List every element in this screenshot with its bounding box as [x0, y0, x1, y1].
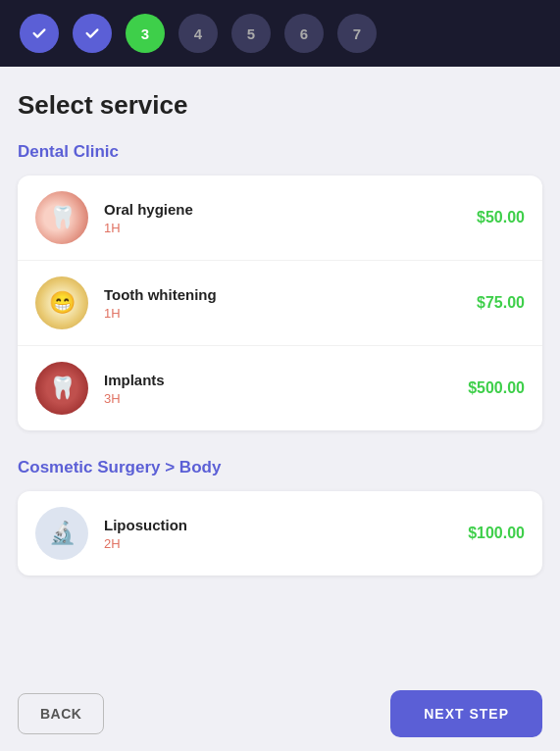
step-1[interactable]	[20, 14, 59, 53]
step-2[interactable]	[73, 14, 112, 53]
liposuction-info: Liposuction 2H	[104, 517, 468, 551]
step-3[interactable]: 3	[126, 14, 165, 53]
liposuction-price: $100.00	[468, 525, 525, 542]
service-oral-hygiene[interactable]: Oral hygiene 1H $50.00	[18, 175, 542, 261]
implants-image	[35, 362, 88, 415]
implants-info: Implants 3H	[104, 372, 468, 406]
category-cosmetic-label: Cosmetic Surgery > Body	[18, 458, 542, 477]
oral-hygiene-info: Oral hygiene 1H	[104, 201, 477, 235]
service-tooth-whitening[interactable]: Tooth whitening 1H $75.00	[18, 261, 542, 346]
step-4[interactable]: 4	[178, 14, 218, 53]
main-content: Select service Dental Clinic Oral hygien…	[0, 67, 560, 676]
footer: BACK NEXT STEP	[0, 676, 560, 751]
category-dental-label: Dental Clinic	[18, 142, 542, 162]
step-6[interactable]: 6	[284, 14, 324, 53]
tooth-whitening-info: Tooth whitening 1H	[104, 286, 477, 321]
oral-hygiene-price: $50.00	[477, 209, 525, 226]
tooth-whitening-name: Tooth whitening	[104, 286, 477, 303]
tooth-whitening-image	[35, 276, 88, 329]
tooth-whitening-price: $75.00	[477, 294, 525, 312]
service-implants[interactable]: Implants 3H $500.00	[18, 346, 542, 430]
liposuction-image	[35, 507, 88, 560]
liposuction-name: Liposuction	[104, 517, 468, 533]
oral-hygiene-name: Oral hygiene	[104, 201, 477, 218]
back-button[interactable]: BACK	[18, 693, 104, 734]
step-5[interactable]: 5	[231, 14, 271, 53]
page-title: Select service	[18, 90, 542, 121]
tooth-whitening-duration: 1H	[104, 306, 477, 321]
liposuction-duration: 2H	[104, 536, 468, 551]
step-bar: 3 4 5 6 7	[0, 0, 560, 67]
service-liposuction[interactable]: Liposuction 2H $100.00	[18, 491, 542, 576]
dental-service-list: Oral hygiene 1H $50.00 Tooth whitening 1…	[18, 175, 542, 430]
oral-hygiene-image	[35, 191, 88, 244]
step-7[interactable]: 7	[337, 14, 377, 53]
oral-hygiene-duration: 1H	[104, 221, 477, 235]
cosmetic-service-list: Liposuction 2H $100.00	[18, 491, 542, 576]
next-step-button[interactable]: NEXT STEP	[390, 690, 542, 737]
implants-duration: 3H	[104, 391, 468, 406]
implants-name: Implants	[104, 372, 468, 388]
implants-price: $500.00	[468, 379, 525, 397]
